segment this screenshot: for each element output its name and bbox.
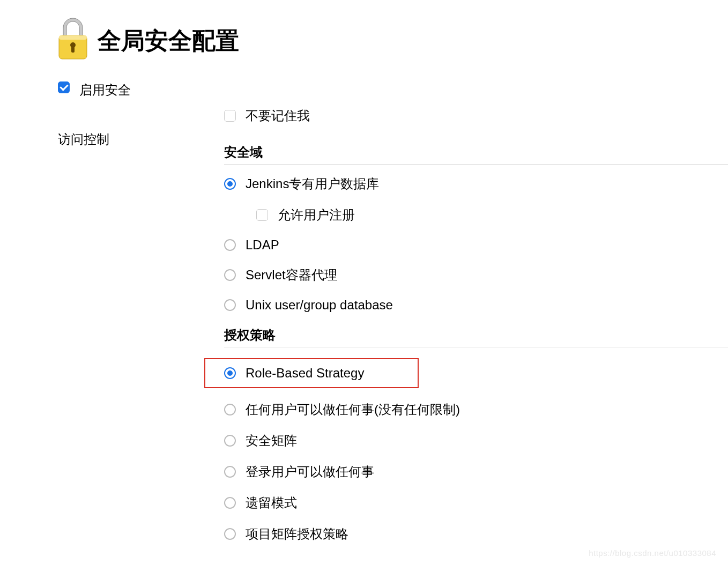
enable-security-row: 启用安全 — [58, 81, 728, 99]
realm-label: Jenkins专有用户数据库 — [246, 175, 379, 192]
realm-radio-servlet[interactable] — [224, 269, 236, 281]
auth-radio-legacy[interactable] — [224, 497, 236, 509]
realm-radio-unix[interactable] — [224, 299, 236, 311]
security-realm-heading: 安全域 — [224, 144, 728, 161]
allow-signup-row: 允许用户注册 — [256, 206, 728, 224]
realm-option-ldap: LDAP — [224, 238, 728, 253]
auth-option-project-matrix: 项目矩阵授权策略 — [224, 525, 728, 543]
realm-radio-ldap[interactable] — [224, 239, 236, 251]
authorization-divider — [224, 347, 728, 347]
auth-radio-logged-in[interactable] — [224, 466, 236, 478]
realm-option-unix: Unix user/group database — [224, 298, 728, 313]
auth-label: 遗留模式 — [246, 494, 297, 511]
svg-rect-3 — [71, 46, 75, 53]
realm-label: LDAP — [246, 238, 279, 253]
watermark: https://blog.csdn.net/u010333084 — [589, 548, 716, 558]
realm-option-servlet: Servlet容器代理 — [224, 266, 728, 284]
auth-label: Role-Based Strategy — [246, 366, 364, 381]
realm-label: Servlet容器代理 — [246, 266, 337, 284]
highlight-box: Role-Based Strategy — [204, 358, 419, 388]
remember-me-checkbox[interactable] — [224, 110, 236, 122]
remember-me-row: 不要记住我 — [224, 107, 728, 124]
auth-option-role-based: Role-Based Strategy — [224, 366, 418, 381]
auth-label: 项目矩阵授权策略 — [246, 525, 348, 543]
realm-label: Unix user/group database — [246, 298, 393, 313]
auth-option-anyone-anything: 任何用户可以做任何事(没有任何限制) — [224, 401, 728, 418]
realm-radio-jenkins-db[interactable] — [224, 178, 236, 190]
auth-radio-matrix[interactable] — [224, 435, 236, 447]
auth-radio-anyone-anything[interactable] — [224, 404, 236, 415]
auth-label: 安全矩阵 — [246, 432, 297, 449]
enable-security-checkbox[interactable] — [58, 81, 70, 93]
svg-rect-1 — [59, 35, 87, 40]
remember-me-label: 不要记住我 — [246, 107, 310, 124]
page-title: 全局安全配置 — [98, 25, 239, 57]
auth-label: 登录用户可以做任何事 — [246, 463, 374, 480]
auth-label: 任何用户可以做任何事(没有任何限制) — [246, 401, 460, 418]
auth-option-legacy: 遗留模式 — [224, 494, 728, 511]
authorization-heading: 授权策略 — [224, 326, 728, 344]
auth-radio-role-based[interactable] — [224, 367, 236, 379]
access-control-label: 访问控制 — [58, 132, 109, 146]
auth-option-logged-in: 登录用户可以做任何事 — [224, 463, 728, 480]
page-header: 全局安全配置 — [0, 0, 728, 65]
security-realm-divider — [224, 164, 728, 165]
allow-signup-label: 允许用户注册 — [278, 206, 355, 224]
realm-option-jenkins-db: Jenkins专有用户数据库 — [224, 175, 728, 192]
allow-signup-checkbox[interactable] — [256, 209, 268, 221]
auth-radio-project-matrix[interactable] — [224, 528, 236, 540]
lock-icon — [54, 16, 98, 65]
enable-security-label: 启用安全 — [79, 81, 131, 99]
auth-option-matrix: 安全矩阵 — [224, 432, 728, 449]
